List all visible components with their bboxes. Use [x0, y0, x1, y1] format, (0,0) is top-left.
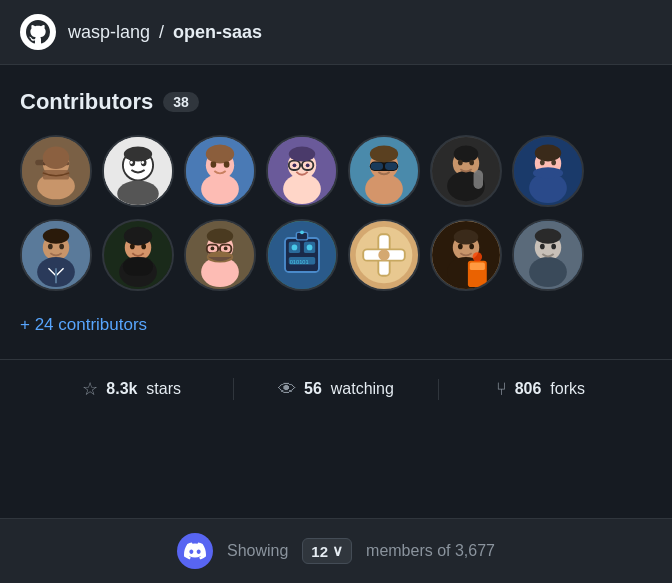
discord-logo [184, 540, 206, 562]
org-name[interactable]: wasp-lang [68, 22, 150, 42]
more-contributors-link[interactable]: + 24 contributors [20, 311, 147, 339]
svg-point-99 [458, 244, 463, 250]
svg-point-107 [535, 229, 561, 244]
contributor-avatar-10[interactable] [184, 219, 256, 291]
count-value: 12 [311, 543, 328, 560]
svg-rect-48 [474, 170, 483, 189]
watching-stat[interactable]: 👁 56 watching [234, 379, 438, 400]
svg-point-103 [473, 252, 482, 261]
stats-row: ☆ 8.3k stars 👁 56 watching ⑂ 806 forks [20, 360, 652, 418]
contributor-avatar-8[interactable] [20, 219, 92, 291]
svg-point-106 [529, 257, 567, 287]
star-icon: ☆ [82, 378, 98, 400]
avatar-grid-row1 [20, 135, 652, 207]
svg-point-85 [292, 245, 298, 251]
svg-point-98 [454, 230, 479, 245]
forks-value: 806 [515, 380, 542, 397]
stars-text: 8.3k stars [106, 380, 181, 398]
svg-point-17 [141, 161, 144, 164]
svg-rect-38 [371, 163, 383, 171]
svg-point-109 [551, 244, 556, 250]
svg-point-55 [533, 167, 563, 178]
svg-point-61 [59, 244, 64, 250]
svg-point-8 [43, 146, 69, 169]
svg-point-16 [130, 161, 133, 164]
svg-point-14 [124, 146, 152, 161]
svg-point-53 [540, 160, 545, 166]
watching-text: 56 watching [304, 380, 394, 398]
svg-point-32 [293, 163, 297, 167]
svg-point-46 [458, 160, 463, 166]
chevron-down-icon: ∨ [332, 542, 343, 560]
svg-point-94 [378, 249, 389, 260]
svg-point-27 [283, 174, 321, 204]
svg-point-36 [365, 174, 403, 204]
svg-point-33 [306, 163, 310, 167]
svg-rect-39 [385, 163, 397, 171]
svg-point-41 [370, 146, 398, 163]
header: wasp-lang / open-saas [0, 0, 672, 65]
contributor-avatar-12[interactable] [348, 219, 420, 291]
stars-label: stars [146, 380, 181, 397]
separator: / [159, 22, 164, 42]
svg-point-59 [43, 229, 69, 244]
svg-point-52 [535, 145, 561, 162]
svg-point-77 [211, 247, 215, 251]
showing-label: Showing [227, 542, 288, 560]
svg-rect-69 [123, 257, 153, 276]
svg-point-22 [211, 161, 217, 168]
contributor-avatar-9[interactable] [102, 219, 174, 291]
svg-point-68 [141, 244, 146, 250]
svg-point-73 [207, 229, 233, 244]
stars-stat[interactable]: ☆ 8.3k stars [30, 378, 234, 400]
svg-point-45 [454, 146, 479, 163]
forks-label: forks [550, 380, 585, 397]
svg-point-54 [551, 160, 556, 166]
discord-icon[interactable] [177, 533, 213, 569]
count-dropdown[interactable]: 12 ∨ [302, 538, 352, 564]
contributors-title: Contributors [20, 89, 153, 115]
svg-point-23 [224, 161, 230, 168]
svg-point-66 [124, 227, 152, 246]
svg-rect-102 [470, 263, 485, 271]
contributor-avatar-11[interactable]: 010101 [266, 219, 338, 291]
svg-point-108 [540, 244, 545, 250]
main-content: Contributors 38 [0, 65, 672, 434]
repo-path: wasp-lang / open-saas [68, 22, 262, 43]
github-icon [26, 20, 50, 44]
svg-rect-24 [211, 156, 230, 162]
contributor-avatar-14[interactable] [512, 219, 584, 291]
forks-text: 806 forks [515, 380, 585, 398]
svg-point-78 [224, 247, 228, 251]
svg-point-89 [300, 230, 304, 234]
contributors-count-badge: 38 [163, 92, 199, 112]
contributors-header: Contributors 38 [20, 89, 652, 115]
watching-label: watching [331, 380, 394, 397]
members-label: members of 3,677 [366, 542, 495, 560]
svg-point-67 [130, 244, 135, 250]
contributor-avatar-2[interactable] [102, 135, 174, 207]
avatar-grid-row2: 010101 [20, 219, 652, 291]
contributor-avatar-6[interactable] [430, 135, 502, 207]
bottom-bar: Showing 12 ∨ members of 3,677 [0, 518, 672, 583]
contributor-avatar-4[interactable] [266, 135, 338, 207]
eye-icon: 👁 [278, 379, 296, 400]
forks-stat[interactable]: ⑂ 806 forks [439, 379, 642, 400]
fork-icon: ⑂ [496, 379, 507, 400]
svg-point-20 [201, 174, 239, 204]
svg-point-100 [469, 244, 474, 250]
contributor-avatar-13[interactable] [430, 219, 502, 291]
stars-value: 8.3k [106, 380, 137, 397]
svg-text:010101: 010101 [290, 259, 309, 265]
contributor-avatar-5[interactable] [348, 135, 420, 207]
svg-point-47 [469, 160, 474, 166]
contributor-avatar-7[interactable] [512, 135, 584, 207]
svg-point-60 [48, 244, 53, 250]
repo-name[interactable]: open-saas [173, 22, 262, 42]
contributor-avatar-3[interactable] [184, 135, 256, 207]
contributor-avatar-1[interactable] [20, 135, 92, 207]
svg-point-31 [289, 146, 315, 161]
github-logo [20, 14, 56, 50]
svg-point-86 [307, 245, 313, 251]
watching-value: 56 [304, 380, 322, 397]
